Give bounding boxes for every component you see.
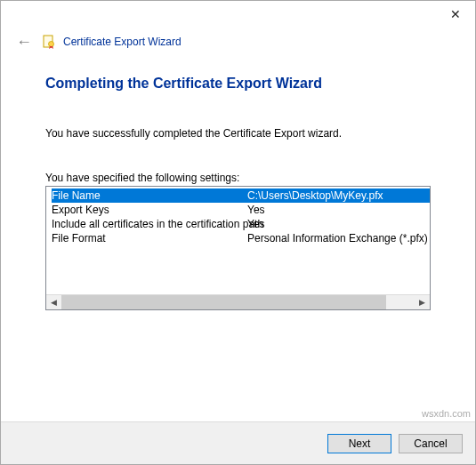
- chevron-left-icon: ◀: [51, 298, 57, 307]
- horizontal-scrollbar[interactable]: ◀ ▶: [46, 294, 430, 309]
- settings-row-value: Yes: [247, 217, 430, 231]
- settings-row-label: File Format: [52, 231, 247, 245]
- dialog-footer: Next Cancel: [1, 421, 475, 464]
- content-area: Completing the Certificate Export Wizard…: [1, 60, 475, 421]
- dialog-window: ✕ ← Certificate Export Wizard Completing…: [0, 0, 476, 465]
- page-heading: Completing the Certificate Export Wizard: [45, 76, 431, 92]
- certificate-icon: [42, 35, 56, 49]
- settings-row-value: Personal Information Exchange (*.pfx): [247, 231, 430, 245]
- scroll-track[interactable]: [61, 295, 415, 310]
- scroll-left-button[interactable]: ◀: [46, 295, 61, 310]
- settings-row-value: C:\Users\Desktop\MyKey.pfx: [247, 188, 430, 203]
- settings-list: File NameC:\Users\Desktop\MyKey.pfxExpor…: [45, 186, 431, 310]
- settings-row[interactable]: File NameC:\Users\Desktop\MyKey.pfx: [52, 188, 430, 203]
- intro-text: You have successfully completed the Cert…: [45, 127, 431, 140]
- svg-point-1: [49, 42, 54, 47]
- settings-label: You have specified the following setting…: [45, 172, 431, 184]
- settings-row-label: Export Keys: [52, 203, 247, 217]
- settings-row-label: Include all certificates in the certific…: [52, 217, 247, 231]
- close-button[interactable]: ✕: [436, 1, 475, 28]
- next-button[interactable]: Next: [327, 434, 391, 453]
- settings-row[interactable]: Export KeysYes: [52, 203, 430, 217]
- header-row: ← Certificate Export Wizard: [1, 28, 475, 60]
- back-button[interactable]: ←: [13, 31, 35, 52]
- back-arrow-icon: ←: [16, 33, 32, 52]
- settings-row-value: Yes: [247, 203, 430, 217]
- settings-row-label: File Name: [52, 188, 247, 203]
- scroll-thumb[interactable]: [61, 295, 386, 310]
- settings-row[interactable]: File FormatPersonal Information Exchange…: [52, 231, 430, 245]
- chevron-right-icon: ▶: [419, 298, 425, 307]
- cancel-button[interactable]: Cancel: [399, 434, 463, 453]
- close-icon: ✕: [450, 7, 461, 21]
- wizard-title: Certificate Export Wizard: [63, 36, 182, 48]
- settings-row[interactable]: Include all certificates in the certific…: [52, 217, 430, 231]
- titlebar: ✕: [1, 1, 475, 28]
- scroll-right-button[interactable]: ▶: [415, 295, 430, 310]
- settings-table: File NameC:\Users\Desktop\MyKey.pfxExpor…: [46, 187, 430, 294]
